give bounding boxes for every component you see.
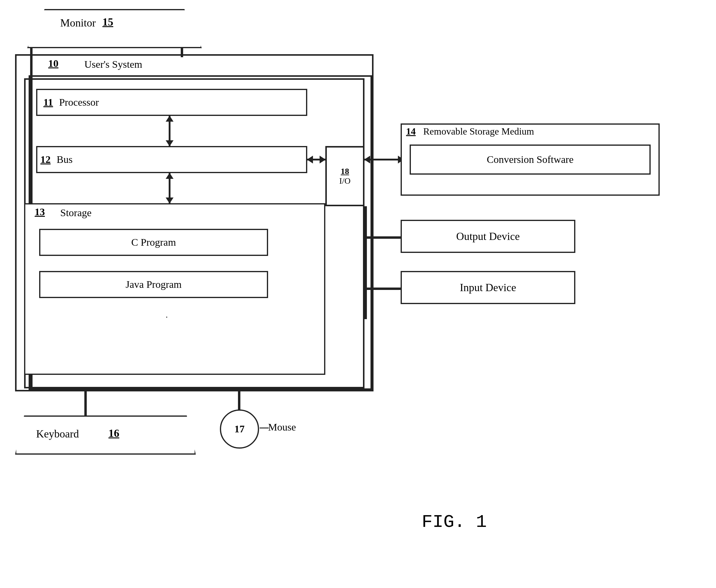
bus-number: 12 — [40, 154, 50, 165]
monitor-label: Monitor — [60, 17, 96, 29]
storage-label: Storage — [60, 207, 91, 218]
processor-label: Processor — [59, 97, 99, 108]
io-number: 18 — [341, 167, 349, 176]
c-program-box: C Program — [39, 229, 268, 256]
keyboard-label: Keyboard — [36, 427, 79, 440]
io-label: I/O — [339, 176, 350, 186]
bus-label: Bus — [57, 154, 73, 165]
monitor-shape — [27, 9, 202, 48]
processor-number: 11 — [43, 97, 53, 108]
arrow-bus-storage — [169, 173, 170, 203]
figure-label: FIG. 1 — [422, 512, 487, 532]
line-to-input — [365, 288, 404, 290]
bus-box: 12 Bus — [36, 146, 307, 173]
processor-box: 11 Processor — [36, 89, 307, 116]
io-box: 18 I/O — [325, 146, 365, 206]
monitor-number: 15 — [102, 16, 113, 28]
line-to-output — [365, 236, 404, 239]
storage-dot: . — [166, 310, 168, 320]
arrow-bus-io — [307, 159, 325, 161]
output-device-label: Output Device — [456, 230, 520, 243]
users-system-number: 10 — [48, 58, 58, 69]
java-program-box: Java Program — [39, 271, 268, 298]
removable-storage-number: 14 — [406, 126, 416, 137]
removable-storage-label: Removable Storage Medium — [423, 126, 534, 137]
mouse-arrow-line — [260, 427, 269, 428]
input-device-label: Input Device — [460, 281, 516, 294]
line-monitor-sys-left — [30, 48, 33, 57]
arrow-proc-bus — [169, 116, 170, 146]
keyboard-number: 16 — [108, 427, 119, 440]
mouse-number: 17 — [234, 423, 245, 435]
line-monitor-sys-right — [181, 48, 183, 57]
mouse-label: Mouse — [268, 421, 296, 433]
conversion-software-label: Conversion Software — [487, 154, 574, 165]
line-sys-mouse — [238, 392, 240, 411]
io-vertical-line — [365, 206, 367, 319]
users-system-label: User's System — [84, 59, 142, 70]
storage-number: 13 — [35, 206, 45, 218]
arrow-io-removable — [365, 159, 404, 161]
c-program-label: C Program — [131, 237, 176, 248]
conversion-software-box: Conversion Software — [410, 145, 651, 175]
mouse-circle: 17 — [220, 410, 259, 448]
diagram: Monitor 15 10 User's System 11 Processor… — [0, 0, 716, 588]
java-program-label: Java Program — [126, 279, 182, 290]
output-device-box: Output Device — [401, 220, 575, 253]
input-device-box: Input Device — [401, 271, 575, 304]
